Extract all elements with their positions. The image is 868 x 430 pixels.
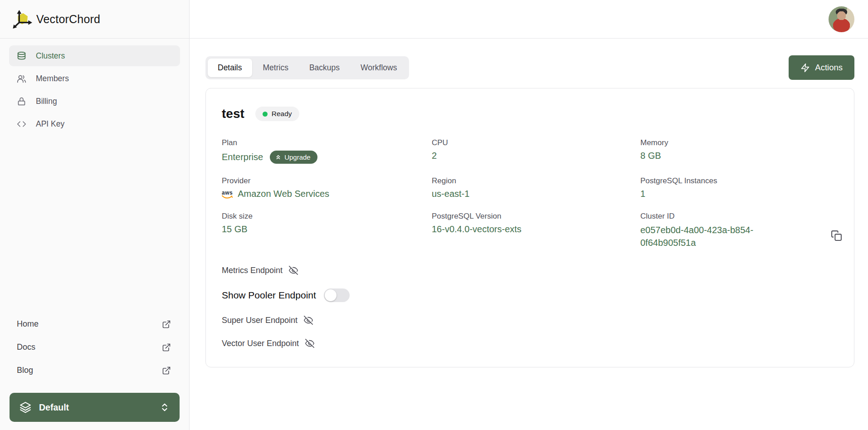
- copy-cluster-id-button[interactable]: [831, 230, 842, 243]
- eye-off-icon[interactable]: [288, 265, 298, 275]
- field-value: Amazon Web Services: [238, 189, 329, 199]
- app-root: VectorChord Clusters Members Billing: [0, 0, 868, 430]
- super-user-endpoint-label: Super User Endpoint: [222, 316, 297, 325]
- actions-button-label: Actions: [815, 63, 843, 73]
- vectorchord-logo-icon: [12, 9, 33, 29]
- code-icon: [17, 119, 26, 129]
- cluster-name: test: [222, 107, 244, 121]
- field-plan: Plan Enterprise Upgrade: [222, 138, 432, 164]
- field-cluster-id: Cluster ID e057eb0d-4a00-423a-b854-0f64b…: [640, 212, 838, 249]
- eye-off-icon[interactable]: [303, 315, 313, 325]
- main-body: Details Metrics Backups Workflows Action…: [190, 39, 868, 367]
- sidebar-item-api-key[interactable]: API Key: [9, 113, 180, 134]
- project-switcher-label: Default: [39, 402, 69, 413]
- tab-workflows[interactable]: Workflows: [351, 59, 407, 77]
- pooler-endpoint-toggle[interactable]: [324, 288, 350, 302]
- chevrons-up-icon: [275, 154, 282, 161]
- toolbar-row: Details Metrics Backups Workflows Action…: [205, 55, 854, 80]
- brand-name: VectorChord: [36, 13, 100, 26]
- main-area: Details Metrics Backups Workflows Action…: [190, 0, 868, 430]
- upgrade-button[interactable]: Upgrade: [270, 151, 317, 164]
- sidebar-item-clusters[interactable]: Clusters: [9, 45, 180, 66]
- sidebar-item-members[interactable]: Members: [9, 68, 180, 89]
- endpoints-section: Metrics Endpoint Show Pooler Endpoint Su…: [222, 265, 838, 348]
- vector-user-endpoint-row: Vector User Endpoint: [222, 338, 838, 348]
- fields-grid: Plan Enterprise Upgrade CPU: [222, 138, 838, 249]
- aws-smile-icon: [222, 195, 233, 199]
- field-label: Memory: [640, 138, 838, 147]
- status-label: Ready: [272, 110, 292, 118]
- field-region: Region us-east-1: [432, 176, 640, 199]
- field-value: 15 GB: [222, 224, 432, 235]
- field-postgres-version: PostgreSQL Version 16-v0.4.0-vectors-ext…: [432, 212, 640, 249]
- field-label: PostgreSQL Version: [432, 212, 640, 221]
- aws-wordmark: aws: [222, 191, 233, 195]
- external-link-icon: [162, 320, 171, 329]
- status-dot-icon: [263, 112, 268, 117]
- field-value: 2: [432, 151, 640, 161]
- sidebar-external-links: Home Docs Blog: [0, 313, 189, 382]
- cluster-details-card: test Ready Plan Enterprise: [205, 88, 854, 367]
- status-badge: Ready: [255, 107, 299, 121]
- field-label: Disk size: [222, 212, 432, 221]
- field-label: PostgreSQL Instances: [640, 176, 838, 186]
- sidebar-nav: Clusters Members Billing API Key: [0, 39, 189, 136]
- field-value: us-east-1: [432, 189, 640, 199]
- eye-off-icon[interactable]: [305, 338, 315, 348]
- tab-bar: Details Metrics Backups Workflows: [205, 56, 409, 79]
- user-avatar[interactable]: [829, 6, 854, 32]
- field-value: Enterprise: [222, 152, 263, 162]
- cluster-title-row: test Ready: [222, 107, 838, 121]
- pooler-toggle-label: Show Pooler Endpoint: [222, 290, 316, 301]
- field-value: 16-v0.4.0-vectors-exts: [432, 224, 640, 235]
- field-label: Cluster ID: [640, 212, 838, 221]
- users-icon: [17, 74, 26, 83]
- sidebar-item-label: Clusters: [36, 51, 65, 61]
- external-link-icon: [162, 366, 171, 375]
- external-link-icon: [162, 343, 171, 352]
- toggle-knob: [325, 289, 336, 301]
- tab-backups[interactable]: Backups: [299, 59, 350, 77]
- tab-details[interactable]: Details: [208, 59, 252, 77]
- field-cpu: CPU 2: [432, 138, 640, 164]
- metrics-endpoint-row: Metrics Endpoint: [222, 265, 838, 275]
- super-user-endpoint-row: Super User Endpoint: [222, 315, 838, 325]
- field-label: Region: [432, 176, 640, 186]
- sidebar-item-label: Members: [36, 74, 69, 83]
- layers-icon: [20, 401, 31, 413]
- zap-icon: [800, 63, 810, 73]
- link-blog[interactable]: Blog: [17, 359, 171, 382]
- field-postgres-instances: PostgreSQL Instances 1: [640, 176, 838, 199]
- upgrade-label: Upgrade: [284, 153, 311, 161]
- sidebar-item-label: Billing: [36, 97, 57, 106]
- link-label: Blog: [17, 366, 33, 375]
- metrics-endpoint-label: Metrics Endpoint: [222, 266, 283, 275]
- field-label: CPU: [432, 138, 640, 147]
- field-disk-size: Disk size 15 GB: [222, 212, 432, 249]
- copy-icon: [831, 230, 842, 241]
- top-header: [190, 0, 868, 39]
- field-label: Provider: [222, 176, 432, 186]
- pooler-endpoint-row: Show Pooler Endpoint: [222, 288, 838, 302]
- link-docs[interactable]: Docs: [17, 336, 171, 359]
- brand: VectorChord: [0, 0, 189, 39]
- actions-button[interactable]: Actions: [789, 55, 854, 80]
- project-switcher-button[interactable]: Default: [10, 393, 180, 422]
- field-label: Plan: [222, 138, 432, 147]
- sidebar: VectorChord Clusters Members Billing: [0, 0, 190, 430]
- sidebar-item-billing[interactable]: Billing: [9, 91, 180, 112]
- field-memory: Memory 8 GB: [640, 138, 838, 164]
- chevrons-up-down-icon: [160, 402, 170, 412]
- lock-icon: [17, 97, 26, 106]
- field-value: e057eb0d-4a00-423a-b854-0f64b905f51a: [640, 224, 756, 249]
- vector-user-endpoint-label: Vector User Endpoint: [222, 339, 299, 348]
- field-value: 8 GB: [640, 151, 838, 161]
- database-icon: [17, 51, 26, 61]
- sidebar-item-label: API Key: [36, 119, 64, 129]
- link-label: Docs: [17, 342, 35, 352]
- aws-logo-icon: aws: [222, 191, 233, 199]
- link-home[interactable]: Home: [17, 313, 171, 336]
- field-value: 1: [640, 189, 838, 199]
- link-label: Home: [17, 319, 39, 329]
- tab-metrics[interactable]: Metrics: [253, 59, 298, 77]
